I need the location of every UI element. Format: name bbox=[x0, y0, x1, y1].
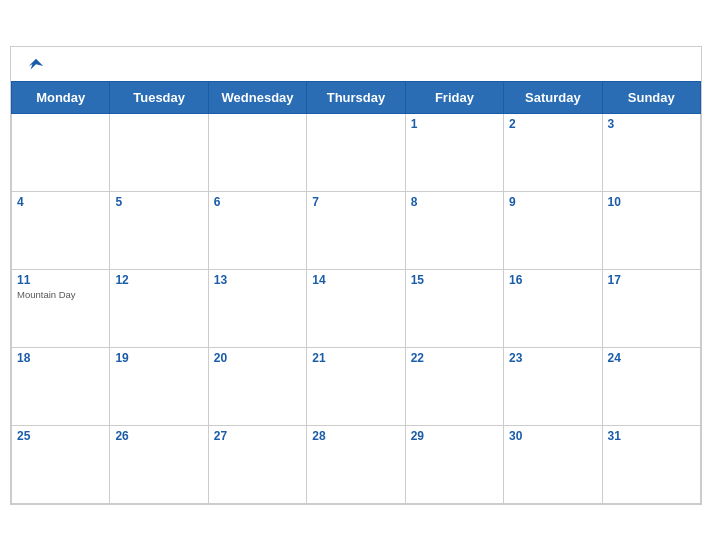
day-number: 28 bbox=[312, 429, 399, 443]
week-row-1: 45678910 bbox=[12, 191, 701, 269]
holiday-label: Mountain Day bbox=[17, 289, 104, 300]
day-number: 6 bbox=[214, 195, 301, 209]
calendar-cell: 14 bbox=[307, 269, 405, 347]
day-number: 21 bbox=[312, 351, 399, 365]
day-number: 9 bbox=[509, 195, 596, 209]
weekday-header-monday: Monday bbox=[12, 81, 110, 113]
calendar-cell bbox=[208, 113, 306, 191]
week-row-4: 25262728293031 bbox=[12, 425, 701, 503]
weekday-header-wednesday: Wednesday bbox=[208, 81, 306, 113]
day-number: 4 bbox=[17, 195, 104, 209]
calendar-cell: 1 bbox=[405, 113, 503, 191]
day-number: 15 bbox=[411, 273, 498, 287]
calendar-cell: 22 bbox=[405, 347, 503, 425]
calendar-cell: 15 bbox=[405, 269, 503, 347]
week-row-3: 18192021222324 bbox=[12, 347, 701, 425]
calendar-cell: 7 bbox=[307, 191, 405, 269]
calendar-cell: 2 bbox=[504, 113, 602, 191]
day-number: 18 bbox=[17, 351, 104, 365]
calendar-cell: 24 bbox=[602, 347, 700, 425]
day-number: 27 bbox=[214, 429, 301, 443]
calendar-cell: 8 bbox=[405, 191, 503, 269]
day-number: 17 bbox=[608, 273, 695, 287]
day-number: 23 bbox=[509, 351, 596, 365]
calendar-cell: 5 bbox=[110, 191, 208, 269]
calendar-cell: 11Mountain Day bbox=[12, 269, 110, 347]
calendar-cell: 19 bbox=[110, 347, 208, 425]
calendar-cell: 17 bbox=[602, 269, 700, 347]
weekday-header-friday: Friday bbox=[405, 81, 503, 113]
calendar-cell: 16 bbox=[504, 269, 602, 347]
week-row-0: 123 bbox=[12, 113, 701, 191]
calendar-cell: 6 bbox=[208, 191, 306, 269]
day-number: 25 bbox=[17, 429, 104, 443]
calendar-cell bbox=[12, 113, 110, 191]
calendar-cell: 10 bbox=[602, 191, 700, 269]
calendar-cell: 29 bbox=[405, 425, 503, 503]
calendar-cell: 30 bbox=[504, 425, 602, 503]
calendar-cell: 12 bbox=[110, 269, 208, 347]
day-number: 26 bbox=[115, 429, 202, 443]
weekday-header-row: MondayTuesdayWednesdayThursdayFridaySatu… bbox=[12, 81, 701, 113]
day-number: 8 bbox=[411, 195, 498, 209]
calendar-cell: 20 bbox=[208, 347, 306, 425]
calendar-cell bbox=[307, 113, 405, 191]
calendar-cell: 25 bbox=[12, 425, 110, 503]
calendar-cell: 21 bbox=[307, 347, 405, 425]
calendar-cell: 18 bbox=[12, 347, 110, 425]
calendar-cell: 26 bbox=[110, 425, 208, 503]
calendar-cell bbox=[110, 113, 208, 191]
day-number: 31 bbox=[608, 429, 695, 443]
logo-blue-text bbox=[27, 57, 47, 75]
day-number: 5 bbox=[115, 195, 202, 209]
svg-marker-0 bbox=[29, 58, 43, 69]
day-number: 20 bbox=[214, 351, 301, 365]
calendar-cell: 13 bbox=[208, 269, 306, 347]
day-number: 1 bbox=[411, 117, 498, 131]
day-number: 30 bbox=[509, 429, 596, 443]
day-number: 19 bbox=[115, 351, 202, 365]
weekday-header-thursday: Thursday bbox=[307, 81, 405, 113]
logo bbox=[27, 57, 47, 75]
day-number: 14 bbox=[312, 273, 399, 287]
calendar-header bbox=[11, 47, 701, 81]
day-number: 16 bbox=[509, 273, 596, 287]
day-number: 13 bbox=[214, 273, 301, 287]
day-number: 7 bbox=[312, 195, 399, 209]
weekday-header-saturday: Saturday bbox=[504, 81, 602, 113]
day-number: 2 bbox=[509, 117, 596, 131]
day-number: 12 bbox=[115, 273, 202, 287]
weekday-header-sunday: Sunday bbox=[602, 81, 700, 113]
day-number: 11 bbox=[17, 273, 104, 287]
calendar-cell: 31 bbox=[602, 425, 700, 503]
day-number: 10 bbox=[608, 195, 695, 209]
logo-bird-icon bbox=[27, 57, 45, 75]
day-number: 29 bbox=[411, 429, 498, 443]
calendar-cell: 4 bbox=[12, 191, 110, 269]
calendar-cell: 9 bbox=[504, 191, 602, 269]
calendar-cell: 23 bbox=[504, 347, 602, 425]
day-number: 3 bbox=[608, 117, 695, 131]
day-number: 24 bbox=[608, 351, 695, 365]
day-number: 22 bbox=[411, 351, 498, 365]
calendar-cell: 27 bbox=[208, 425, 306, 503]
calendar-cell: 3 bbox=[602, 113, 700, 191]
week-row-2: 11Mountain Day121314151617 bbox=[12, 269, 701, 347]
calendar-cell: 28 bbox=[307, 425, 405, 503]
calendar-table: MondayTuesdayWednesdayThursdayFridaySatu… bbox=[11, 81, 701, 504]
weekday-header-tuesday: Tuesday bbox=[110, 81, 208, 113]
calendar: MondayTuesdayWednesdayThursdayFridaySatu… bbox=[10, 46, 702, 505]
